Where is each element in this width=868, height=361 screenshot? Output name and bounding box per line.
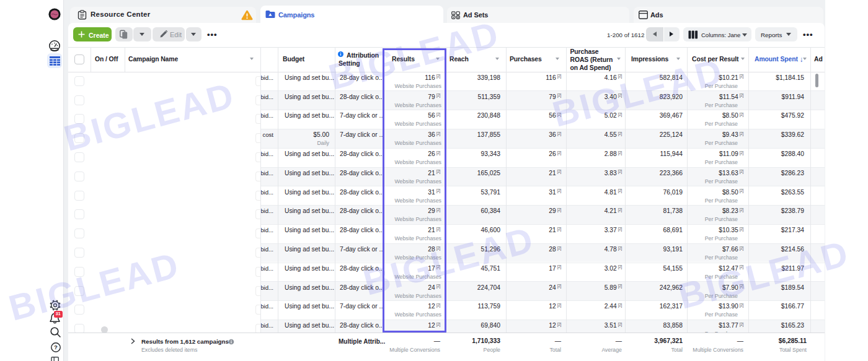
svg-text:?: ? <box>54 344 58 350</box>
